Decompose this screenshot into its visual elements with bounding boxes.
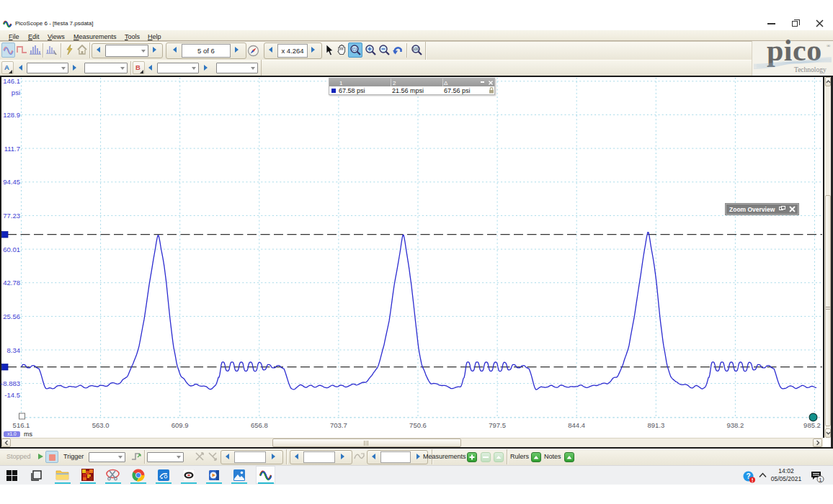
svg-text:1: 1 — [819, 477, 822, 483]
svg-text:100: 100 — [412, 47, 419, 51]
